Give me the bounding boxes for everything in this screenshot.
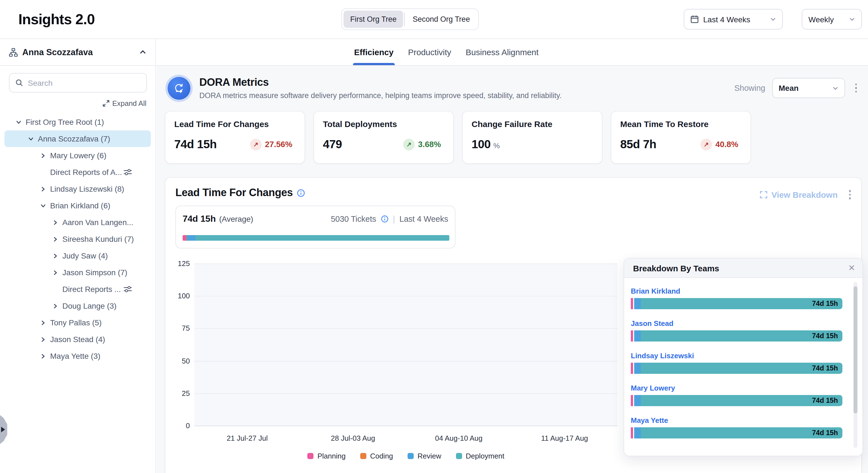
chevron-down-icon xyxy=(770,16,776,22)
segment-planning xyxy=(631,427,633,439)
chevron-down-icon[interactable] xyxy=(14,118,22,126)
tab-business-alignment[interactable]: Business Alignment xyxy=(466,39,539,65)
metric-card-lead-time-for-changes: Lead Time For Changes74d 15h↗27.56% xyxy=(165,111,305,164)
expand-all-button[interactable]: Expand All xyxy=(102,99,147,108)
team-row-maya-yette: Maya Yette74d 15h xyxy=(631,416,842,439)
tab-productivity[interactable]: Productivity xyxy=(408,39,451,65)
toggle-second-org-tree[interactable]: Second Org Tree xyxy=(406,10,477,28)
chevron-right-icon[interactable] xyxy=(51,269,59,276)
legend-label: Deployment xyxy=(466,452,504,460)
date-range-dropdown[interactable]: Last 4 Weeks xyxy=(684,9,783,30)
view-breakdown-button[interactable]: View Breakdown xyxy=(759,190,838,200)
close-icon[interactable]: ✕ xyxy=(848,263,855,273)
chevron-down-icon xyxy=(849,16,855,22)
tree-item-tony-pallas[interactable]: Tony Pallas (5) xyxy=(4,314,151,331)
showing-value: Mean xyxy=(779,84,799,92)
tree-item-label: Jason Stead (4) xyxy=(50,335,105,344)
tree-item-label: Maya Yette (3) xyxy=(50,352,100,360)
tree-item-aaron-van-langen[interactable]: Aaron Van Langen... xyxy=(4,214,151,231)
tree-item-label: Lindsay Liszewski (8) xyxy=(50,184,124,193)
chevron-right-icon[interactable] xyxy=(51,302,59,310)
info-icon[interactable] xyxy=(380,215,389,223)
toggle-first-org-tree[interactable]: First Org Tree xyxy=(343,10,403,28)
search-input[interactable] xyxy=(28,78,141,87)
metric-card-change-failure-rate: Change Failure Rate100% xyxy=(462,111,602,164)
lead-time-kebab-menu-icon[interactable] xyxy=(845,188,854,201)
chevron-right-icon[interactable] xyxy=(51,235,59,243)
divider: | xyxy=(393,214,395,224)
legend-item-review[interactable]: Review xyxy=(408,452,441,460)
tree-item-label: Doug Lange (3) xyxy=(62,301,117,310)
tree-item-sireesha-kunduri[interactable]: Sireesha Kunduri (7) xyxy=(4,231,151,247)
search-icon xyxy=(15,79,23,87)
legend-label: Planning xyxy=(317,452,345,460)
tree-item-label: Anna Scozzafava (7) xyxy=(38,134,110,143)
metric-title: Change Failure Rate xyxy=(472,119,593,129)
chevron-right-icon[interactable] xyxy=(39,185,47,193)
org-tree-toggle: First Org Tree Second Org Tree xyxy=(341,8,479,30)
tree-item-label: Jason Simpson (7) xyxy=(62,268,127,277)
scrollbar-thumb[interactable] xyxy=(854,286,858,413)
chevron-right-icon[interactable] xyxy=(39,319,47,326)
legend-item-planning[interactable]: Planning xyxy=(307,452,345,460)
chevron-right-icon[interactable] xyxy=(51,252,59,260)
chevron-right-icon[interactable] xyxy=(39,352,47,360)
team-name-link[interactable]: Maya Yette xyxy=(631,416,842,424)
avg-segment-review xyxy=(186,235,195,241)
sidebar: Anna Scozzafava Expand All First Org Tre… xyxy=(0,39,156,473)
y-axis-tick-label: 125 xyxy=(167,259,190,268)
tree-item-brian-kirkland[interactable]: Brian Kirkland (6) xyxy=(4,197,151,214)
chevron-right-icon[interactable] xyxy=(39,335,47,343)
chevron-right-icon[interactable] xyxy=(51,218,59,226)
showing-dropdown[interactable]: Mean xyxy=(772,78,845,98)
top-bar: Insights 2.0 First Org Tree Second Org T… xyxy=(0,0,868,39)
team-phase-bar: 74d 15h xyxy=(631,395,842,406)
tree-item-jason-stead[interactable]: Jason Stead (4) xyxy=(4,331,151,348)
team-row-brian-kirkland: Brian Kirkland74d 15h xyxy=(631,287,842,309)
lead-time-actions: View Breakdown xyxy=(759,188,854,201)
chevron-down-icon[interactable] xyxy=(27,135,34,143)
segment-planning xyxy=(631,395,633,406)
team-name-link[interactable]: Brian Kirkland xyxy=(631,287,842,295)
sidebar-header[interactable]: Anna Scozzafava xyxy=(0,39,155,66)
trend-up-arrow-icon: ↗ xyxy=(701,139,712,150)
chevron-up-icon[interactable] xyxy=(139,49,147,56)
tree-item-judy-saw[interactable]: Judy Saw (4) xyxy=(4,247,151,264)
chevron-down-icon[interactable] xyxy=(39,202,47,209)
tree-item-doug-lange[interactable]: Doug Lange (3) xyxy=(4,297,151,314)
filter-sliders-icon[interactable] xyxy=(124,285,132,293)
filter-sliders-icon[interactable] xyxy=(124,168,132,176)
legend-item-deployment[interactable]: Deployment xyxy=(456,452,504,460)
team-name-link[interactable]: Jason Stead xyxy=(631,319,842,328)
metric-delta-badge: ↗40.8% xyxy=(701,139,738,150)
granularity-dropdown[interactable]: Weekly xyxy=(802,9,862,30)
tree-item-mary-lowery[interactable]: Mary Lowery (6) xyxy=(4,147,151,164)
tickets-label: 5030 Tickets xyxy=(331,214,376,224)
dora-kebab-menu-icon[interactable] xyxy=(851,81,860,95)
team-name-link[interactable]: Mary Lowery xyxy=(631,384,842,392)
tree-item-first-org-tree-root[interactable]: First Org Tree Root (1) xyxy=(4,114,151,130)
team-value: 74d 15h xyxy=(812,397,838,405)
chevron-down-icon xyxy=(832,85,838,91)
team-row-lindsay-liszewski: Lindsay Liszewski74d 15h xyxy=(631,352,842,374)
legend-label: Coding xyxy=(370,452,393,460)
tree-item-anna-scozzafava[interactable]: Anna Scozzafava (7) xyxy=(4,130,151,147)
tree-item-jason-simpson[interactable]: Jason Simpson (7) xyxy=(4,264,151,281)
tree-item-maya-yette[interactable]: Maya Yette (3) xyxy=(4,348,151,364)
chevron-right-icon[interactable] xyxy=(39,151,47,159)
x-axis-tick-label: 04 Aug-10 Aug xyxy=(435,434,483,442)
team-name-link[interactable]: Lindsay Liszewski xyxy=(631,352,842,360)
metric-cards-row: Lead Time For Changes74d 15h↗27.56%Total… xyxy=(165,111,751,164)
segment-review xyxy=(634,427,641,439)
tree-item-direct-reports[interactable]: Direct Reports ... xyxy=(4,281,151,297)
lead-time-title: Lead Time For Changes xyxy=(175,187,293,199)
tree-item-direct-reports-of-a[interactable]: Direct Reports of A... xyxy=(4,164,151,180)
tab-efficiency[interactable]: Efficiency xyxy=(354,39,394,65)
metric-unit: % xyxy=(493,141,500,150)
legend-item-coding[interactable]: Coding xyxy=(360,452,393,460)
tab-bar: EfficiencyProductivityBusiness Alignment xyxy=(156,39,868,66)
tree-item-lindsay-liszewski[interactable]: Lindsay Liszewski (8) xyxy=(4,180,151,197)
y-axis-tick-label: 0 xyxy=(167,421,190,430)
view-breakdown-label: View Breakdown xyxy=(771,190,838,200)
info-icon[interactable] xyxy=(297,188,305,197)
